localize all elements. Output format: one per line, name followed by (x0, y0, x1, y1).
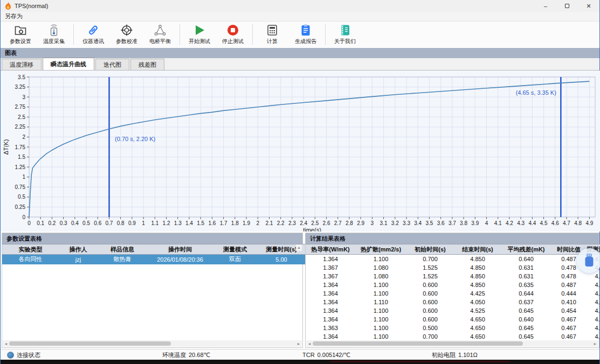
svg-text:1.1: 1.1 (151, 220, 158, 226)
bridge-balance-button[interactable]: 电桥平衡 (143, 22, 177, 47)
params-vscroll-up-arrow[interactable]: ▲ (296, 244, 302, 251)
table-cell: 0.700 (406, 332, 454, 341)
svg-text:3.3: 3.3 (403, 220, 410, 226)
table-cell: 1.363 (306, 324, 355, 332)
svg-text:1.75: 1.75 (15, 144, 26, 150)
column-header[interactable]: 实验类型 (2, 244, 59, 255)
scroll-left-arrow[interactable]: ◄ (3, 342, 9, 346)
toolbar: 参数设置 温度采集 仪器通讯 (1, 22, 599, 47)
calculate-button[interactable]: 计算 (256, 22, 289, 47)
svg-text:(0.70 s, 2.20 K): (0.70 s, 2.20 K) (115, 136, 155, 142)
results-hscrollbar[interactable]: ◄ ► (306, 340, 598, 347)
transient-rise-chart[interactable]: 00.250.50.7511.251.51.7522.252.52.7533.2… (1, 71, 600, 232)
table-cell: 1.367 (306, 263, 355, 272)
column-header[interactable]: 测量模式 (213, 244, 257, 255)
tab-transient-rise-curve[interactable]: 瞬态温升曲线 (43, 58, 94, 70)
svg-text:1.6: 1.6 (208, 220, 216, 226)
table-row[interactable]: 各向同性jzj散热膏2026/01/08/20:36双面5.00100. (2, 255, 335, 264)
params-table: 实验类型操作人样品信息操作时间测量模式测量时间(s)加热功率 各向同性jzj散热… (2, 244, 335, 264)
column-header[interactable]: 热扩散(mm2/s) (355, 244, 406, 255)
scroll-left-arrow[interactable]: ◄ (306, 342, 313, 346)
scroll-thumb[interactable] (9, 341, 171, 346)
status-bar: 连接状态 环境温度 20.68℃ TCR 0.005142/℃ 初始电阻 1.1… (1, 349, 599, 360)
svg-text:4: 4 (485, 220, 488, 226)
tab-temperature-drift[interactable]: 温度漂移 (2, 59, 42, 70)
table-row[interactable]: 1.3641.1100.6004.0500.6370.4104. (306, 298, 600, 306)
table-cell: 1.100 (355, 281, 406, 289)
start-test-button[interactable]: 开始测试 (183, 22, 216, 47)
svg-text:0.4: 0.4 (71, 220, 79, 226)
table-cell: 0.700 (406, 255, 454, 263)
about-us-button[interactable]: 关于我们 (328, 22, 362, 47)
table-cell: 4. (587, 306, 600, 315)
svg-text:3.4: 3.4 (414, 220, 422, 226)
table-cell: 0.645 (501, 306, 551, 315)
temp-acquisition-button[interactable]: 温度采集 (37, 22, 71, 47)
app-window: TPS(normal) – ✕ 另存为 参数设置 (0, 0, 600, 364)
svg-text:2.7: 2.7 (334, 220, 342, 226)
table-cell: 0.640 (501, 315, 551, 324)
chart-section-title: 图表 (5, 49, 17, 57)
tab-iteration-plot[interactable]: 迭代图 (95, 59, 129, 70)
tool-label: 仪器通讯 (82, 38, 104, 45)
toolbar-separator (73, 24, 74, 45)
params-hscrollbar[interactable]: ◄ ► (3, 340, 302, 347)
svg-text:2.1: 2.1 (266, 220, 273, 226)
column-header[interactable]: 结束时间(s) (454, 244, 501, 255)
params-table-header-row: 实验类型操作人样品信息操作时间测量模式测量时间(s)加热功率 (2, 244, 335, 255)
scroll-right-arrow[interactable]: ► (592, 342, 598, 346)
table-cell: 4. (587, 324, 600, 332)
scroll-thumb[interactable] (313, 341, 523, 346)
table-cell: 0.645 (501, 324, 551, 332)
table-row[interactable]: 1.3671.0801.5254.8500.6310.4784. (306, 263, 600, 272)
svg-text:2.8: 2.8 (346, 220, 353, 226)
svg-text:3.1: 3.1 (380, 220, 388, 226)
instrument-comm-button[interactable]: 仪器通讯 (77, 22, 110, 47)
table-row[interactable]: 1.3641.1000.7004.6500.6450.4674. (306, 332, 600, 341)
svg-text:1: 1 (142, 220, 145, 226)
svg-text:0.1: 0.1 (37, 220, 44, 226)
column-header[interactable]: 初始时间(s) (406, 244, 454, 255)
column-header[interactable]: 操作人 (59, 244, 98, 255)
floating-usb-widget[interactable] (577, 248, 600, 273)
table-row[interactable]: 1.3641.1000.7004.8500.6400.4874. (306, 255, 600, 263)
table-cell: 双面 (213, 255, 257, 264)
svg-text:2.3: 2.3 (288, 220, 296, 226)
minimize-button[interactable]: – (535, 0, 556, 12)
param-settings-button[interactable]: 参数设置 (4, 22, 37, 47)
stop-test-button[interactable]: 停止测试 (216, 22, 250, 47)
column-header[interactable]: 样品信息 (98, 244, 147, 255)
svg-text:0.7: 0.7 (106, 220, 113, 226)
table-row[interactable]: 1.3641.1000.6004.8500.6350.4874. (306, 281, 600, 289)
usb-drive-icon (583, 254, 595, 268)
generate-report-button[interactable]: 生成报告 (289, 22, 322, 47)
table-cell: 1.100 (355, 315, 406, 324)
chart-section-header: 图表 (1, 48, 599, 58)
table-row[interactable]: 1.3671.0801.5254.8500.6310.4784. (306, 272, 600, 281)
svg-text:3.25: 3.25 (15, 84, 26, 90)
tab-residual-plot[interactable]: 残差图 (130, 59, 164, 70)
report-clipboard-icon (299, 24, 312, 37)
table-cell: 4.850 (454, 255, 501, 263)
table-cell: 1.100 (355, 255, 406, 263)
table-row[interactable]: 1.3641.1000.6004.5250.6450.4544. (306, 306, 600, 315)
tcr: TCR 0.005142/℃ (302, 349, 350, 360)
table-cell: 1.525 (406, 272, 454, 281)
table-row[interactable]: 1.3641.1000.6004.6500.6400.4674. (306, 315, 600, 324)
column-header[interactable]: 操作时间 (147, 244, 213, 255)
connection-status: 连接状态 (7, 349, 40, 360)
svg-text:2.6: 2.6 (323, 220, 330, 226)
table-row[interactable]: 1.3641.1000.6004.4250.6440.4444. (306, 289, 600, 298)
scroll-right-arrow[interactable]: ► (295, 342, 302, 346)
param-calibration-button[interactable]: 参数校准 (110, 22, 143, 47)
table-row[interactable]: 1.3631.1000.5004.6500.6450.4674. (306, 324, 600, 332)
close-button[interactable]: ✕ (578, 0, 599, 12)
column-header[interactable]: 平均残差(mK) (501, 244, 551, 255)
table-cell: 1.364 (306, 306, 355, 315)
restore-button[interactable] (556, 0, 578, 12)
menu-save-as[interactable]: 另存为 (1, 12, 27, 21)
tool-label: 温度采集 (43, 38, 65, 45)
toolbar-separator (325, 24, 326, 45)
table-cell: 1.364 (306, 315, 355, 324)
column-header[interactable]: 热导率(W/mK) (306, 244, 355, 255)
